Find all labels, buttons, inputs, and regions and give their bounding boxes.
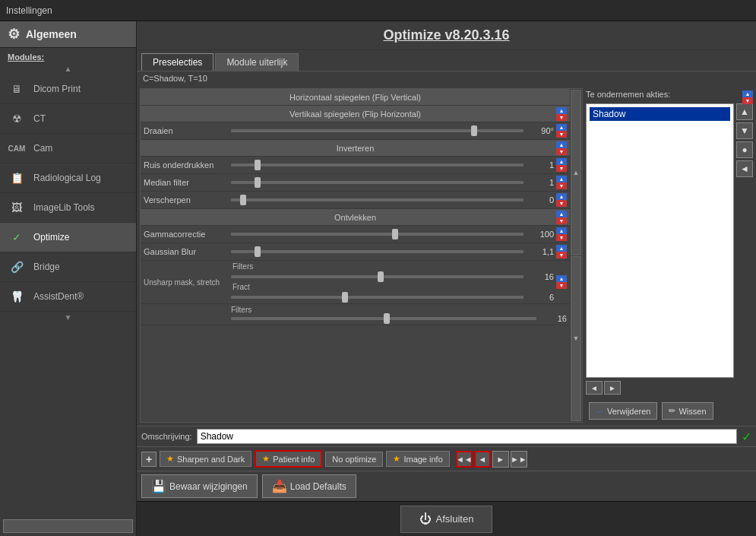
sidebar-item-ct[interactable]: ☢ CT: [0, 104, 136, 134]
actions-nav-right[interactable]: ►: [604, 381, 621, 395]
action-item-shadow[interactable]: Shadow: [590, 107, 730, 121]
filters2-thumb[interactable]: [384, 313, 390, 324]
sidebar-item-cam[interactable]: CAM Cam: [0, 134, 136, 163]
median-arrows[interactable]: ▲ ▼: [556, 176, 567, 189]
arrow-up-blue[interactable]: ▲: [556, 141, 567, 148]
ruis-arrows[interactable]: ▲ ▼: [556, 158, 567, 172]
actions-nav-back[interactable]: ◄: [736, 160, 753, 177]
add-preselect-button[interactable]: +: [141, 452, 157, 467]
verwijderen-wissen-row: ← Verwijderen ✏ Wissen: [586, 399, 753, 423]
sidebar-item-label: Cam: [33, 143, 52, 154]
sidebar-item-label: AssistDent®: [33, 291, 84, 302]
gaussian-slider[interactable]: [231, 250, 524, 253]
verscherpen-arrows[interactable]: ▲ ▼: [556, 193, 567, 207]
preselect-tab-image-info[interactable]: ★ Image info: [386, 451, 449, 467]
arrow-down-red[interactable]: ▼: [556, 252, 567, 258]
sidebar-item-imagelib-tools[interactable]: 🖼 ImageLib Tools: [0, 193, 136, 223]
median-slider[interactable]: [231, 181, 524, 184]
preselect-tab-sharpen[interactable]: ★ Sharpen and Dark: [160, 451, 251, 467]
arrow-down-red[interactable]: ▼: [556, 165, 567, 172]
draaien-slider[interactable]: [231, 129, 524, 132]
tab-nav-next[interactable]: ►: [492, 451, 509, 468]
arrow-up-blue[interactable]: ▲: [556, 107, 567, 114]
arrow-up-blue[interactable]: ▲: [556, 275, 567, 282]
sidebar-search-input[interactable]: [3, 519, 133, 533]
tab-preselecties[interactable]: Preselecties: [141, 53, 214, 71]
flip-horizontal-btn[interactable]: Vertikaal spiegelen (Flip Horizontal) ▲ …: [141, 106, 570, 122]
sidebar-item-bridge[interactable]: 🔗 Bridge: [0, 252, 136, 282]
arrow-up-blue[interactable]: ▲: [556, 176, 567, 182]
inverteren-btn[interactable]: Inverteren ▲ ▼: [141, 140, 570, 157]
gaussian-row: Gaussian Blur 1,1 ▲ ▼: [141, 243, 570, 261]
draaien-arrows[interactable]: ▲ ▼: [556, 124, 567, 138]
gamma-thumb[interactable]: [392, 229, 398, 239]
arrow-up-blue[interactable]: ▲: [556, 158, 567, 165]
draaien-track: [231, 129, 524, 132]
verscherpen-thumb[interactable]: [240, 195, 246, 205]
arrow-down-red[interactable]: ▼: [556, 114, 567, 121]
tab-nav-first[interactable]: ◄◄: [456, 451, 473, 468]
sidebar-item-optimize[interactable]: ✓ Optimize: [0, 223, 136, 252]
omschrijving-input[interactable]: [197, 429, 737, 444]
gamma-arrows[interactable]: ▲ ▼: [556, 227, 567, 241]
flip-vertical-btn[interactable]: Horizontaal spiegelen (Flip Vertical) ▲ …: [141, 89, 570, 106]
unsharp-fract-thumb[interactable]: [342, 292, 348, 303]
unsharp-arrows[interactable]: ▲ ▼: [556, 275, 567, 289]
arrow-up-blue[interactable]: ▲: [556, 124, 567, 131]
ruis-slider[interactable]: [231, 163, 524, 167]
sidebar-scroll-down[interactable]: ▼: [0, 312, 136, 323]
flip-horizontal-arrows[interactable]: ▲ ▼: [556, 107, 567, 121]
sliders-scroll[interactable]: Horizontaal spiegelen (Flip Vertical) ▲ …: [141, 89, 570, 422]
sidebar-item-assistdent[interactable]: 🦷 AssistDent®: [0, 282, 136, 312]
gaussian-thumb[interactable]: [255, 246, 261, 257]
draaien-thumb[interactable]: [471, 125, 477, 136]
inverteren-arrows[interactable]: ▲ ▼: [556, 141, 567, 155]
arrow-up-blue[interactable]: ▲: [556, 211, 567, 217]
sidebar-scroll-up[interactable]: ▲: [0, 63, 136, 75]
preselect-tab-no-optimize[interactable]: No optimize: [325, 452, 383, 467]
actions-nav-left[interactable]: ◄: [586, 381, 603, 395]
bewaar-wijzigingen-button[interactable]: 💾 Bewaar wijzigingen: [141, 474, 258, 498]
actions-nav-down[interactable]: ▼: [736, 122, 753, 139]
ontvlekken-btn[interactable]: Ontvlekken ▲ ▼: [141, 209, 570, 226]
unsharp-filters-thumb[interactable]: [378, 271, 384, 282]
filters2-sub: Filters 16: [231, 306, 567, 323]
slider-scroll-up-arrow[interactable]: ▲: [571, 90, 581, 255]
tab-nav-last[interactable]: ►►: [511, 451, 527, 468]
tab-module-uiterlijk[interactable]: Module uiterlijk: [215, 53, 299, 71]
omschrijving-checkmark[interactable]: ✓: [742, 430, 751, 444]
arrow-down-red[interactable]: ▼: [556, 131, 567, 138]
afsluiten-button[interactable]: ⏻ Afsluiten: [400, 506, 493, 533]
arrow-up-blue[interactable]: ▲: [556, 193, 567, 200]
arrow-down-red[interactable]: ▼: [556, 148, 567, 155]
sidebar-item-radiological-log[interactable]: 📋 Radiological Log: [0, 163, 136, 193]
tab-nav-prev[interactable]: ◄: [474, 451, 491, 468]
verwijderen-button[interactable]: ← Verwijderen: [589, 402, 657, 420]
arrow-up-blue[interactable]: ▲: [556, 245, 567, 252]
arrow-down-red[interactable]: ▼: [556, 200, 567, 207]
arrow-down-red[interactable]: ▼: [556, 282, 567, 289]
sidebar-header[interactable]: ⚙ Algemeen: [0, 21, 136, 48]
load-defaults-button[interactable]: 📥 Load Defaults: [262, 474, 356, 498]
slider-scroll-down-arrow[interactable]: ▼: [571, 256, 581, 422]
gamma-slider[interactable]: [231, 233, 524, 236]
actions-nav-up[interactable]: ▲: [736, 103, 753, 120]
arrow-down-red[interactable]: ▼: [556, 217, 567, 224]
gear-icon: ⚙: [8, 26, 20, 43]
preselect-tab-patient-info[interactable]: ★ Patient info: [255, 450, 322, 468]
arrow-down-red[interactable]: ▼: [556, 182, 567, 189]
median-thumb[interactable]: [255, 177, 261, 188]
tab-navigation-arrows: ◄◄ ◄ ► ►►: [456, 451, 527, 468]
gaussian-arrows[interactable]: ▲ ▼: [556, 245, 567, 258]
ruis-thumb[interactable]: [255, 160, 261, 170]
wissen-button[interactable]: ✏ Wissen: [662, 402, 713, 420]
actions-nav-circle[interactable]: ●: [736, 141, 753, 158]
verscherpen-slider[interactable]: [231, 198, 524, 201]
preselect-tab-label: No optimize: [332, 455, 376, 464]
actions-list[interactable]: Shadow: [586, 103, 734, 378]
ontvlekken-arrows[interactable]: ▲ ▼: [556, 211, 567, 224]
arrow-up-blue[interactable]: ▲: [556, 227, 567, 234]
tooth-icon: 🦷: [8, 287, 26, 306]
sidebar-item-dicom-print[interactable]: 🖥 Dicom Print: [0, 75, 136, 104]
arrow-down-red[interactable]: ▼: [556, 234, 567, 241]
